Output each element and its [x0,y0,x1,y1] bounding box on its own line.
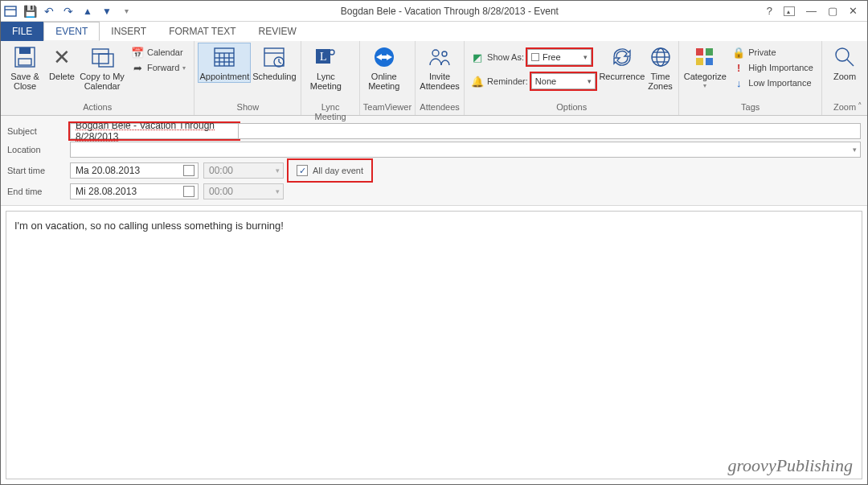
help-icon[interactable]: ? [767,5,772,17]
subject-input-extended[interactable] [238,123,861,139]
qat-customize-icon[interactable]: ▾ [120,5,133,18]
calendar-label: Calendar [147,47,183,57]
scheduling-icon [261,44,287,70]
calendar-picker-icon[interactable] [183,165,194,176]
categorize-button[interactable]: Categorize ▾ [682,43,727,92]
end-date-input[interactable]: Mi 28.08.2013 [70,183,199,199]
recurrence-button[interactable]: Recurrence [599,43,645,83]
tab-insert[interactable]: INSERT [100,22,158,41]
maximize-icon[interactable]: ▢ [828,5,837,17]
forward-button[interactable]: ➦ Forward ▾ [131,61,186,74]
subject-input[interactable]: Bogdan Bele - Vacation Through 8/28/2013 [70,123,239,139]
low-importance-label: Low Importance [748,78,811,88]
tab-event[interactable]: EVENT [43,22,100,41]
recurrence-label: Recurrence [599,72,645,81]
svg-point-38 [836,48,849,61]
start-time-label: Start time [7,166,65,175]
show-as-icon: ◩ [471,51,484,64]
scheduling-label: Scheduling [252,72,296,81]
svg-line-39 [847,60,854,66]
zoom-icon [832,44,858,70]
save-icon[interactable]: 💾 [23,5,36,18]
delete-button[interactable]: ✕ Delete [46,43,78,83]
scheduling-button[interactable]: Scheduling [251,43,297,83]
window: 💾 ↶ ↷ ▲ ▼ ▾ Bogdan Bele - Vacation Throu… [0,0,868,485]
location-input[interactable]: ▾ [70,142,861,158]
quick-access-toolbar: 💾 ↶ ↷ ▲ ▼ ▾ [4,5,133,18]
all-day-label: All day event [313,166,363,175]
group-lync: L Lync Meeting Lync Meeting [301,41,359,115]
redo-icon[interactable]: ↷ [62,5,75,18]
show-as-label: Show As: [487,52,524,62]
window-controls: ? ▴ — ▢ ✕ [767,5,864,17]
low-importance-button[interactable]: ↓ Low Importance [732,76,813,89]
app-icon [4,5,17,18]
save-close-label: Save & Close [6,72,44,91]
reminder-dropdown[interactable]: None [531,73,596,89]
svg-rect-3 [19,47,31,54]
copy-to-calendar-button[interactable]: Copy to My Calendar [78,43,126,92]
group-attendees-label: Attendees [419,102,461,115]
high-importance-button[interactable]: ! High Importance [732,61,813,74]
ribbon: Save & Close ✕ Delete Copy to My Calenda… [1,41,867,116]
invite-attendees-label: Invite Attendees [420,72,460,91]
low-importance-icon: ↓ [732,76,745,89]
appointment-label: Appointment [199,72,249,81]
private-label: Private [748,47,776,57]
tab-file[interactable]: FILE [1,22,43,41]
svg-line-19 [279,62,281,64]
lync-meeting-button[interactable]: L Lync Meeting [305,43,346,92]
categorize-label: Categorize [684,72,727,81]
online-meeting-button[interactable]: Online Meeting [363,43,405,92]
start-time-input[interactable]: 00:00 [203,162,284,179]
zoom-button[interactable]: Zoom [825,43,864,83]
show-as-dropdown[interactable]: Free [527,49,592,65]
tab-format-text[interactable]: FORMAT TEXT [158,22,247,41]
time-zones-button[interactable]: Time Zones [645,43,675,92]
event-body[interactable]: I'm on vacation, so no calling unless so… [6,211,862,479]
lock-icon: 🔒 [732,46,745,59]
svg-rect-4 [18,59,31,65]
ribbon-toggle-icon[interactable]: ˄ [858,101,862,112]
end-time-label: End time [7,187,65,196]
svg-rect-34 [696,48,703,55]
start-date-input[interactable]: Ma 20.08.2013 [70,162,199,179]
end-time-input[interactable]: 00:00 [203,183,284,199]
svg-rect-0 [5,6,16,16]
invite-attendees-button[interactable]: Invite Attendees [419,43,461,92]
close-icon[interactable]: ✕ [849,5,858,17]
start-time-value: 00:00 [209,165,233,176]
calendar-button[interactable]: 📅 Calendar [131,46,186,59]
ribbon-collapse-icon[interactable]: ▴ [784,6,795,16]
save-close-icon [12,44,38,70]
subject-value: Bogdan Bele - Vacation Through 8/28/2013 [76,120,233,142]
undo-icon[interactable]: ↶ [43,5,55,18]
private-button[interactable]: 🔒 Private [732,46,813,59]
svg-rect-36 [696,58,703,65]
prev-icon[interactable]: ▲ [81,5,94,18]
zoom-label: Zoom [833,72,856,81]
svg-point-28 [442,51,447,56]
save-close-button[interactable]: Save & Close [4,43,46,92]
svg-rect-26 [382,55,387,59]
minimize-icon[interactable]: — [806,5,817,17]
start-date-value: Ma 20.08.2013 [76,165,140,176]
group-actions: Save & Close ✕ Delete Copy to My Calenda… [1,41,194,115]
calendar-picker-icon[interactable] [183,186,194,197]
globe-icon [648,44,674,70]
free-swatch-icon [531,53,539,61]
next-icon[interactable]: ▼ [100,5,113,18]
end-date-value: Mi 28.08.2013 [76,186,137,197]
location-label: Location [7,145,65,154]
svg-rect-35 [706,48,713,55]
copy-calendar-label: Copy to My Calendar [80,72,125,91]
all-day-checkbox[interactable]: ✓ [297,165,308,176]
location-dropdown-icon[interactable]: ▾ [853,146,857,154]
group-tags: Categorize ▾ 🔒 Private ! High Importance… [679,41,822,115]
recurrence-icon [609,44,635,70]
group-options-label: Options [468,102,675,115]
tab-review[interactable]: REVIEW [248,22,308,41]
appointment-button[interactable]: Appointment [198,43,251,83]
lync-label: Lync Meeting [306,72,345,91]
forward-icon: ➦ [131,61,144,74]
